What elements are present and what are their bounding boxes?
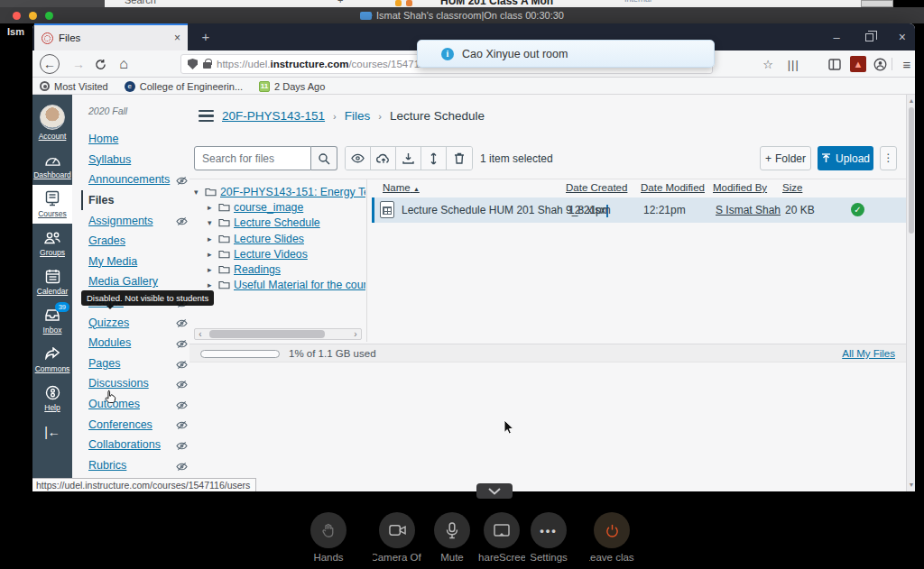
account-icon[interactable] bbox=[872, 56, 888, 72]
caret-right-icon[interactable]: ▸ bbox=[208, 280, 215, 289]
sidebar-item-courses[interactable]: Courses bbox=[32, 185, 72, 224]
course-nav-item-files[interactable]: Files bbox=[81, 190, 189, 211]
meeting-bar-toggle[interactable] bbox=[476, 483, 513, 499]
caret-right-icon[interactable]: ▸ bbox=[208, 203, 215, 212]
leave-class-button[interactable] bbox=[594, 512, 630, 548]
file-row-selected[interactable]: Lecture Schedule HUM 201 Shah 9_8.xlsx 1… bbox=[372, 197, 906, 223]
scrollbar-thumb[interactable] bbox=[209, 330, 325, 338]
bookmark-most-visited[interactable]: Most Visited bbox=[40, 81, 108, 92]
caret-down-icon[interactable]: ▾ bbox=[194, 188, 201, 197]
scroll-down-icon[interactable]: ▼ bbox=[908, 482, 915, 489]
folder-link[interactable]: Lecture Schedule bbox=[234, 216, 320, 229]
hands-button[interactable] bbox=[310, 512, 346, 548]
folder-link[interactable]: course_image bbox=[234, 201, 303, 214]
minimize-traffic-light[interactable] bbox=[29, 12, 37, 20]
folder-link[interactable]: Lecture Videos bbox=[234, 248, 308, 261]
reload-button[interactable] bbox=[90, 54, 110, 74]
camera-off-button[interactable] bbox=[379, 512, 415, 548]
course-nav-item-pages[interactable]: Pages bbox=[88, 353, 189, 374]
tree-folder-item[interactable]: ▸Lecture Slides bbox=[194, 231, 365, 246]
course-nav-item-my-media[interactable]: My Media bbox=[88, 252, 189, 272]
bookmark-star-icon[interactable]: ☆ bbox=[760, 56, 776, 72]
sidebar-toggle-icon[interactable] bbox=[827, 56, 843, 72]
column-header-size[interactable]: Size bbox=[782, 182, 802, 193]
move-button[interactable] bbox=[421, 147, 447, 170]
tab-close-icon[interactable]: × bbox=[174, 32, 180, 44]
breadcrumb-course-link[interactable]: 20F-PHYS143-151 bbox=[222, 109, 325, 123]
caret-right-icon[interactable]: ▸ bbox=[208, 250, 215, 259]
sidebar-item-dashboard[interactable]: Dashboard bbox=[32, 146, 72, 185]
tree-folder-item[interactable]: ▾Lecture Schedule bbox=[194, 216, 365, 231]
published-check-icon[interactable]: ✓ bbox=[851, 203, 864, 216]
course-nav-item-rubrics[interactable]: Rubrics bbox=[88, 455, 189, 476]
tree-folder-item[interactable]: ▸Lecture Videos bbox=[194, 246, 365, 262]
toast-notification[interactable]: i Cao Xinyue out room bbox=[417, 40, 715, 68]
search-input[interactable] bbox=[194, 146, 311, 170]
caret-down-icon[interactable]: ▾ bbox=[208, 218, 215, 227]
delete-trash-button[interactable] bbox=[447, 147, 472, 170]
download-button[interactable] bbox=[396, 147, 421, 170]
sidebar-item-inbox[interactable]: 39 Inbox bbox=[32, 301, 72, 340]
tree-folder-item[interactable]: ▸Useful Material for the course bbox=[194, 278, 365, 293]
restrict-access-button[interactable] bbox=[371, 147, 396, 170]
bookmark-2-days-ago[interactable]: 11 2 Days Ago bbox=[259, 81, 325, 92]
zoom-traffic-light[interactable] bbox=[45, 12, 53, 20]
course-nav-item-syllabus[interactable]: Syllabus bbox=[88, 150, 189, 170]
column-header-date-modified[interactable]: Date Modified bbox=[641, 182, 705, 193]
scroll-right-icon[interactable]: › bbox=[350, 329, 361, 339]
scroll-left-icon[interactable]: ‹ bbox=[195, 329, 206, 339]
folder-link[interactable]: 20F-PHYS143-151: Energy Technolog bbox=[220, 186, 365, 198]
page-scrollbar[interactable]: ▲ ▼ bbox=[906, 95, 915, 491]
folder-link[interactable]: Readings bbox=[234, 263, 281, 276]
sidebar-item-commons[interactable]: Commons bbox=[32, 340, 72, 379]
sidebar-item-groups[interactable]: Groups bbox=[32, 224, 72, 262]
sharescreen-button[interactable] bbox=[484, 512, 520, 548]
caret-right-icon[interactable]: ▸ bbox=[208, 265, 215, 274]
file-modified-by-link[interactable]: S Ismat Shah bbox=[716, 204, 781, 216]
tab-files[interactable]: Files × bbox=[34, 23, 188, 50]
upload-button[interactable]: Upload bbox=[818, 146, 873, 170]
course-nav-item-home[interactable]: Home bbox=[88, 129, 189, 150]
course-menu-hamburger-icon[interactable] bbox=[199, 110, 214, 122]
tree-folder-item[interactable]: ▾20F-PHYS143-151: Energy Technolog bbox=[194, 184, 365, 199]
tree-horizontal-scrollbar[interactable]: ‹ › bbox=[194, 328, 362, 340]
tree-folder-item[interactable]: ▸Readings bbox=[194, 262, 365, 277]
close-button[interactable]: × bbox=[899, 30, 906, 44]
course-nav-item-collaborations[interactable]: Collaborations bbox=[88, 435, 189, 455]
restore-button[interactable] bbox=[865, 33, 873, 41]
bookmark-college[interactable]: e College of Engineerin... bbox=[125, 81, 243, 92]
sidebar-item-account[interactable]: Account bbox=[32, 100, 72, 146]
adobe-extension-icon[interactable]: ▲ bbox=[850, 56, 866, 72]
settings-button[interactable]: ••• bbox=[531, 512, 567, 548]
caret-right-icon[interactable]: ▸ bbox=[208, 234, 215, 243]
new-tab-button[interactable]: + bbox=[197, 28, 215, 46]
column-header-date-created[interactable]: Date Created bbox=[566, 182, 627, 193]
course-nav-item-quizzes[interactable]: Quizzes bbox=[88, 312, 189, 333]
sidebar-item-help[interactable]: Help bbox=[32, 379, 72, 418]
search-button[interactable] bbox=[311, 146, 337, 170]
course-nav-item-modules[interactable]: Modules bbox=[88, 333, 189, 353]
mute-button[interactable] bbox=[434, 512, 470, 548]
folder-link[interactable]: Useful Material for the course bbox=[234, 279, 365, 291]
home-button[interactable]: ⌂ bbox=[114, 54, 134, 74]
course-nav-item-conferences[interactable]: Conferences bbox=[88, 414, 189, 435]
library-icon[interactable]: ||| bbox=[785, 56, 801, 72]
course-nav-item-announcements[interactable]: Announcements bbox=[88, 170, 189, 190]
close-traffic-light[interactable] bbox=[13, 12, 21, 20]
more-options-button[interactable]: ⋮ bbox=[880, 146, 897, 170]
breadcrumb-files-link[interactable]: Files bbox=[345, 109, 371, 123]
course-nav-item-grades[interactable]: Grades bbox=[88, 231, 189, 252]
folder-link[interactable]: Lecture Slides bbox=[234, 233, 304, 245]
collapse-sidebar-icon[interactable]: |← bbox=[32, 425, 72, 439]
shield-icon[interactable] bbox=[188, 59, 198, 69]
column-header-modified-by[interactable]: Modified By bbox=[713, 182, 767, 193]
back-button[interactable]: ← bbox=[40, 54, 60, 74]
all-my-files-link[interactable]: All My Files bbox=[842, 348, 895, 359]
course-nav-item-assignments[interactable]: Assignments bbox=[88, 210, 189, 231]
minimize-button[interactable]: – bbox=[834, 31, 840, 44]
scroll-up-icon[interactable]: ▲ bbox=[908, 97, 915, 105]
column-header-name[interactable]: Name ▲ bbox=[383, 182, 420, 193]
preview-eye-button[interactable] bbox=[346, 147, 371, 170]
tree-folder-item[interactable]: ▸course_image bbox=[194, 199, 365, 215]
sidebar-item-calendar[interactable]: Calendar bbox=[32, 262, 72, 301]
